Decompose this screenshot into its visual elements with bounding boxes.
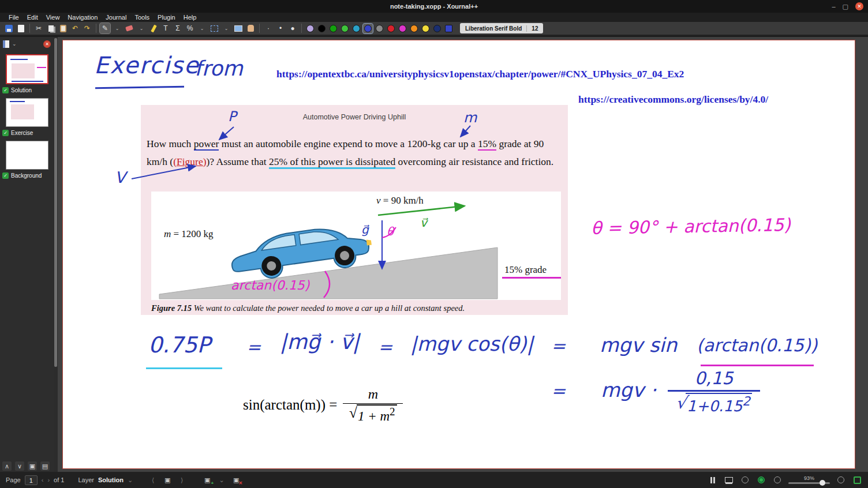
menu-view[interactable]: View xyxy=(42,14,64,21)
thickness-fine-button[interactable]: · xyxy=(263,23,274,33)
sidebar-footer: ∧ ∨ ▣ ▤ xyxy=(2,461,50,471)
thickness-medium-button[interactable]: • xyxy=(275,23,286,33)
math-tex-button[interactable]: Σ xyxy=(173,23,183,33)
color-swatch-magenta[interactable] xyxy=(398,24,407,33)
color-swatch-navy[interactable] xyxy=(432,24,442,33)
zoom-slider-handle[interactable] xyxy=(820,480,825,486)
sidebar-close-button[interactable]: ✕ xyxy=(43,40,51,48)
menu-help[interactable]: Help xyxy=(179,14,201,21)
zoom-in-button[interactable] xyxy=(836,475,846,485)
insert-image-button[interactable] xyxy=(233,23,244,33)
zoom-slider[interactable] xyxy=(788,482,830,484)
preview-pane-icon[interactable] xyxy=(3,40,9,48)
paste-button[interactable] xyxy=(58,23,68,33)
highlighter-tool-button[interactable] xyxy=(148,23,159,33)
layer-visibility-checkbox[interactable]: ✓ xyxy=(2,130,9,136)
page-number-input[interactable]: 1 xyxy=(25,475,38,485)
move-layer-down-button[interactable]: ∨ xyxy=(15,461,24,471)
close-button[interactable]: ✕ xyxy=(855,2,863,10)
select-dropdown[interactable]: ⌄ xyxy=(221,23,231,33)
layer-preview-exercise[interactable] xyxy=(6,98,48,127)
paste-icon xyxy=(60,25,66,32)
document-page[interactable]: Exercise from https://opentextbc.ca/univ… xyxy=(62,40,855,469)
touch-drawing-button[interactable] xyxy=(756,475,766,485)
color-picker-button[interactable] xyxy=(444,24,454,33)
color-swatch-green[interactable] xyxy=(328,24,338,33)
layer-visibility-checkbox[interactable]: ✓ xyxy=(2,172,9,179)
chevron-down-icon: ⌄ xyxy=(140,26,144,31)
color-swatch-gray[interactable] xyxy=(375,24,384,33)
save-button[interactable] xyxy=(3,23,14,33)
duplicate-layer-button[interactable]: ▣ xyxy=(28,461,37,471)
pen-mode-button[interactable] xyxy=(740,475,750,485)
zoom-out-button[interactable] xyxy=(772,475,783,485)
color-icon xyxy=(376,25,383,32)
page-next-button[interactable]: › xyxy=(47,476,50,483)
layer-preview-background[interactable] xyxy=(6,141,48,170)
sidebar-header: ⌄ ✕ xyxy=(0,37,54,51)
pen-tool-button[interactable]: ✎ xyxy=(100,23,110,33)
body-text: How much xyxy=(147,138,194,149)
chevron-down-icon[interactable]: ⌄ xyxy=(12,41,17,47)
color-swatch-orange[interactable] xyxy=(409,24,419,33)
menu-navigation[interactable]: Navigation xyxy=(63,14,102,21)
layer-preview-solution[interactable] xyxy=(6,54,48,84)
color-icon xyxy=(341,25,349,32)
copy-button[interactable] xyxy=(46,23,56,33)
exercise-excerpt-image: Automotive Power Driving Uphill How much… xyxy=(141,105,568,315)
underlined-grade-percent: 15% xyxy=(478,138,496,151)
maximize-button[interactable]: ▢ xyxy=(843,3,848,10)
scrollbar-handle[interactable] xyxy=(54,38,57,367)
lhs-underline-stroke xyxy=(146,367,222,369)
undo-button[interactable]: ↶ xyxy=(70,23,80,33)
select-rect-button[interactable] xyxy=(209,23,219,33)
shape-dropdown[interactable]: ⌄ xyxy=(197,23,207,33)
eraser-dropdown[interactable]: ⌄ xyxy=(136,23,147,33)
next-annotated-page-button[interactable]: ⟩ xyxy=(177,475,187,485)
zoom-percentage: 93% xyxy=(804,476,814,481)
minimize-button[interactable]: – xyxy=(832,3,835,10)
vertical-scrollbar[interactable] xyxy=(54,37,58,472)
presentation-mode-button[interactable] xyxy=(724,475,734,485)
pen-dropdown[interactable]: ⌄ xyxy=(112,23,122,33)
layer-action-caret[interactable]: ⌄ xyxy=(216,475,227,485)
add-layer-button[interactable]: ▣+ xyxy=(202,475,212,485)
color-swatch-red[interactable] xyxy=(386,24,396,33)
shape-recognizer-button[interactable]: % xyxy=(185,23,195,33)
redo-button[interactable]: ↷ xyxy=(82,23,92,33)
layer-label: Exercise xyxy=(11,130,33,136)
layer-dropdown-caret[interactable]: ⌄ xyxy=(128,476,133,484)
cut-button[interactable]: ✂ xyxy=(33,23,44,33)
prev-annotated-page-button[interactable]: ⟨ xyxy=(148,475,158,485)
dual-page-view-button[interactable] xyxy=(708,475,718,485)
figure-caption: Figure 7.15 We want to calculate the pow… xyxy=(151,303,558,313)
page-prev-button[interactable]: ‹ xyxy=(42,476,44,483)
green-circle-icon xyxy=(758,476,765,483)
color-swatch-light-green[interactable] xyxy=(340,24,350,33)
new-page-button[interactable] xyxy=(16,23,26,33)
page-preview-button[interactable]: ▣ xyxy=(162,475,173,485)
color-swatch-lavender[interactable] xyxy=(305,24,315,33)
font-button[interactable]: Liberation Serif Bold 12 xyxy=(460,23,543,33)
layer-select[interactable]: Solution xyxy=(98,476,124,483)
text-tool-button[interactable]: T xyxy=(160,23,171,33)
delete-layer-button[interactable]: ▣✕ xyxy=(231,475,241,485)
move-layer-up-button[interactable]: ∧ xyxy=(2,461,12,471)
menu-plugin[interactable]: Plugin xyxy=(154,14,179,21)
fullscreen-button[interactable] xyxy=(852,475,862,485)
color-swatch-blue-selected[interactable] xyxy=(363,24,373,33)
color-swatch-black[interactable] xyxy=(317,24,327,33)
color-swatch-yellow[interactable] xyxy=(421,24,431,33)
merge-layer-button[interactable]: ▤ xyxy=(40,461,50,471)
menu-journal[interactable]: Journal xyxy=(102,14,130,21)
menu-file[interactable]: File xyxy=(5,14,23,21)
color-swatch-cyan[interactable] xyxy=(351,24,361,33)
eraser-tool-button[interactable] xyxy=(124,23,134,33)
menu-tools[interactable]: Tools xyxy=(130,14,154,21)
menu-edit[interactable]: Edit xyxy=(23,14,42,21)
x-icon: ✕ xyxy=(238,481,242,486)
gravity-vector-label: g⃗ xyxy=(361,223,369,237)
hand-tool-button[interactable] xyxy=(245,23,256,33)
layer-visibility-checkbox[interactable]: ✓ xyxy=(2,87,9,93)
thickness-thick-button[interactable]: ● xyxy=(287,23,298,33)
